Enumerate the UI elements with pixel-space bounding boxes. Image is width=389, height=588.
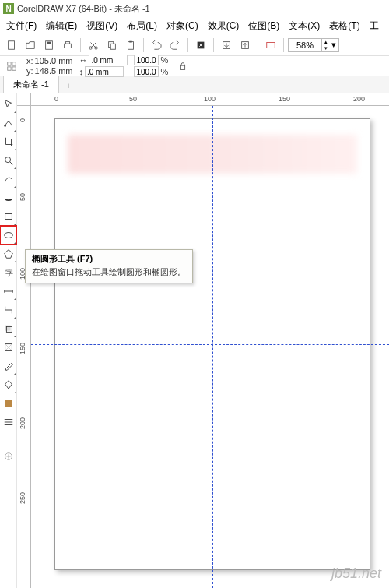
redo-icon[interactable] [166, 37, 184, 54]
publish-icon[interactable] [262, 37, 279, 54]
menu-text[interactable]: 文本(X) [284, 18, 324, 34]
menu-bar: 文件(F) 编辑(E) 视图(V) 布局(L) 对象(C) 效果(C) 位图(B… [0, 17, 389, 34]
tab-add-icon[interactable]: + [61, 79, 76, 93]
export-icon[interactable] [237, 37, 254, 54]
canvas-area[interactable]: 0 50 100 150 200 0 50 100 150 200 250 [17, 93, 389, 588]
menu-view[interactable]: 视图(V) [82, 18, 122, 34]
menu-bitmap[interactable]: 位图(B) [244, 18, 284, 34]
menu-effects[interactable]: 效果(C) [203, 18, 244, 34]
svg-rect-9 [128, 41, 134, 49]
transparency-tool[interactable] [0, 338, 17, 357]
tooltip-description: 在绘图窗口拖动工具绘制圆形和椭圆形。 [32, 266, 186, 278]
separator [80, 38, 81, 52]
ruler-tick: 150 [279, 95, 290, 103]
quick-customize-icon[interactable] [0, 447, 17, 466]
svg-rect-29 [5, 400, 12, 407]
menu-object[interactable]: 对象(C) [162, 18, 203, 34]
lock-ratio-icon[interactable] [174, 58, 191, 75]
undo-icon[interactable] [148, 37, 165, 54]
svg-text:字: 字 [5, 269, 13, 277]
property-bar: x:105.0 mm y:148.5 mm ↔ ↕ % % [0, 56, 389, 76]
pick-tool[interactable] [0, 95, 17, 114]
freehand-tool[interactable] [0, 170, 17, 188]
standard-toolbar: ▴▾ ▾ [0, 34, 389, 56]
chevron-down-icon[interactable]: ▾ [329, 40, 338, 50]
menu-layout[interactable]: 布局(L) [122, 18, 162, 34]
zoom-tool[interactable] [0, 151, 17, 170]
text-tool[interactable]: 字 [0, 263, 17, 282]
ellipse-tool[interactable] [0, 226, 17, 245]
copy-icon[interactable] [103, 37, 121, 54]
svg-point-20 [4, 125, 6, 127]
svg-marker-24 [5, 250, 13, 259]
zoom-down-icon[interactable]: ▾ [321, 45, 329, 51]
eyedropper-tool[interactable] [0, 357, 17, 375]
y-value: 148.5 mm [35, 66, 73, 76]
menu-edit[interactable]: 编辑(E) [41, 18, 82, 34]
smart-fill-tool[interactable] [0, 394, 17, 413]
svg-rect-19 [181, 65, 185, 69]
app-icon: N [3, 3, 14, 14]
svg-rect-15 [8, 62, 11, 65]
width-field[interactable] [89, 55, 128, 65]
scale-group: % % [134, 55, 168, 77]
svg-rect-26 [5, 326, 11, 331]
tooltip: 椭圆形工具 (F7) 在绘图窗口拖动工具绘制圆形和椭圆形。 [25, 249, 193, 283]
save-icon[interactable] [40, 37, 58, 54]
svg-rect-17 [8, 66, 11, 69]
guide-vertical[interactable] [212, 106, 213, 588]
svg-rect-16 [12, 62, 16, 65]
document-tabs: 未命名 -1 + [0, 76, 389, 93]
svg-rect-18 [12, 66, 16, 69]
menu-tools[interactable]: 工 [365, 18, 384, 34]
ruler-tick: 250 [19, 492, 26, 504]
zoom-up-icon[interactable]: ▴ [321, 39, 329, 45]
title-bar: N CorelDRAW X7 (64-Bit) - 未命名 -1 [0, 0, 389, 17]
pct-label: % [160, 67, 168, 76]
interactive-fill-tool[interactable] [0, 375, 17, 394]
zoom-combo[interactable]: ▴▾ ▾ [288, 38, 339, 52]
horizontal-ruler[interactable]: 0 50 100 150 200 [31, 93, 389, 106]
tooltip-title: 椭圆形工具 (F7) [32, 253, 186, 265]
guide-horizontal[interactable] [31, 344, 389, 345]
svg-rect-8 [110, 44, 115, 49]
crop-tool[interactable] [0, 132, 17, 151]
height-field[interactable] [85, 66, 124, 77]
new-icon[interactable] [3, 37, 20, 54]
menu-table[interactable]: 表格(T) [324, 18, 364, 34]
paste-icon[interactable] [122, 37, 139, 54]
import-icon[interactable] [218, 37, 235, 54]
ruler-tick: 0 [54, 95, 58, 103]
svg-point-21 [5, 157, 11, 163]
open-icon[interactable] [22, 37, 39, 54]
rectangle-tool[interactable] [0, 207, 17, 226]
pct-label: % [160, 55, 168, 65]
separator [187, 38, 188, 52]
shape-tool[interactable] [0, 114, 17, 132]
ruler-corner[interactable] [17, 93, 31, 106]
separator [143, 38, 144, 52]
ruler-tick: 0 [19, 118, 26, 122]
zoom-input[interactable] [289, 40, 321, 50]
x-value: 105.0 mm [35, 56, 73, 65]
search-icon[interactable] [192, 37, 209, 54]
x-label: x: [26, 56, 33, 65]
print-icon[interactable] [59, 37, 76, 54]
svg-rect-10 [129, 40, 132, 42]
vertical-ruler[interactable]: 0 50 100 150 200 250 [17, 106, 31, 588]
cut-icon[interactable] [85, 37, 102, 54]
parallel-dim-tool[interactable] [0, 282, 17, 301]
drop-shadow-tool[interactable] [0, 319, 17, 338]
outline-tool[interactable] [0, 413, 17, 431]
separator [283, 38, 284, 52]
size-group: ↔ ↕ [79, 55, 128, 77]
page-icon[interactable] [3, 58, 20, 75]
menu-file[interactable]: 文件(F) [2, 18, 41, 34]
polygon-tool[interactable] [0, 245, 17, 263]
svg-rect-0 [9, 40, 15, 49]
scale-y-field[interactable] [134, 66, 159, 77]
tab-document[interactable]: 未命名 -1 [3, 76, 59, 93]
connector-tool[interactable] [0, 301, 17, 319]
artistic-media-tool[interactable] [0, 188, 17, 207]
scale-x-field[interactable] [134, 55, 159, 65]
